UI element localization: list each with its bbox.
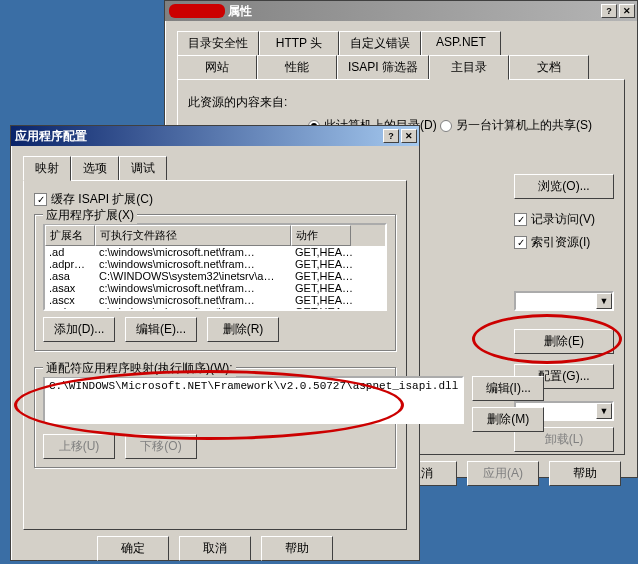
table-row[interactable]: .ashxc:\windows\microsoft.net\fram…GET,H… (45, 306, 385, 311)
chevron-down-icon: ▼ (596, 293, 612, 309)
properties-titlebar[interactable]: xxx 属性 ? ✕ (165, 1, 637, 21)
listview-header: 扩展名 可执行文件路径 动作 (45, 225, 385, 246)
index-resource-checkbox[interactable]: ✓索引资源(I) (514, 234, 590, 251)
tab-options[interactable]: 选项 (71, 156, 119, 181)
tab-mappings[interactable]: 映射 (23, 156, 71, 181)
properties-title: xxx 属性 (169, 3, 599, 20)
app-config-window: 应用程序配置 ? ✕ 映射 选项 调试 ✓缓存 ISAPI 扩展(C) 应用程序… (10, 125, 420, 561)
add-ext-button[interactable]: 添加(D)... (43, 317, 115, 342)
app-config-tabs: 映射 选项 调试 (23, 156, 407, 181)
radio-share-dir[interactable]: 另一台计算机上的共享(S) (440, 117, 592, 134)
app-pool-combo[interactable]: ▼ (514, 291, 614, 311)
edit-ext-button[interactable]: 编辑(E)... (125, 317, 197, 342)
extensions-listview[interactable]: 扩展名 可执行文件路径 动作 .adc:\windows\microsoft.n… (43, 223, 387, 311)
table-row[interactable]: .asaxc:\windows\microsoft.net\fram…GET,H… (45, 282, 385, 294)
properties-tabs-row2: 网站 性能 ISAPI 筛选器 主目录 文档 (177, 55, 625, 80)
properties-help-button[interactable]: 帮助 (549, 461, 621, 486)
table-row[interactable]: .ascxc:\windows\microsoft.net\fram…GET,H… (45, 294, 385, 306)
browse-button[interactable]: 浏览(O)... (514, 174, 614, 199)
help-icon[interactable]: ? (383, 129, 399, 143)
properties-tabs-row1: 目录安全性 HTTP 头 自定义错误 ASP.NET (177, 31, 625, 55)
app-config-ok-button[interactable]: 确定 (97, 536, 169, 561)
content-source-label: 此资源的内容来自: (188, 94, 614, 111)
movedown-button: 下移(O) (125, 434, 197, 459)
table-row[interactable]: .adpr…c:\windows\microsoft.net\fram…GET,… (45, 258, 385, 270)
log-visits-checkbox[interactable]: ✓记录访问(V) (514, 211, 595, 228)
app-config-title: 应用程序配置 (15, 128, 381, 145)
tab-website[interactable]: 网站 (177, 55, 257, 80)
remove-ext-button[interactable]: 删除(R) (207, 317, 279, 342)
app-config-help-button[interactable]: 帮助 (261, 536, 333, 561)
tab-aspnet[interactable]: ASP.NET (421, 31, 501, 55)
app-extensions-group: 应用程序扩展(X) 扩展名 可执行文件路径 动作 .adc:\windows\m… (34, 214, 396, 351)
col-path[interactable]: 可执行文件路径 (95, 225, 291, 246)
close-icon[interactable]: ✕ (619, 4, 635, 18)
tab-performance[interactable]: 性能 (257, 55, 337, 80)
tab-home-directory[interactable]: 主目录 (429, 55, 509, 80)
wildcard-maps-group: 通配符应用程序映射(执行顺序)(W): C:\WINDOWS\Microsoft… (34, 367, 396, 468)
tab-http-headers[interactable]: HTTP 头 (259, 31, 339, 55)
properties-apply-button: 应用(A) (467, 461, 539, 486)
col-ext[interactable]: 扩展名 (45, 225, 95, 246)
app-config-titlebar[interactable]: 应用程序配置 ? ✕ (11, 126, 419, 146)
tab-isapi-filters[interactable]: ISAPI 筛选器 (337, 55, 429, 80)
moveup-button: 上移(U) (43, 434, 115, 459)
wildcard-listbox[interactable]: C:\WINDOWS\Microsoft.NET\Framework\v2.0.… (43, 376, 464, 424)
table-row[interactable]: .adc:\windows\microsoft.net\fram…GET,HEA… (45, 246, 385, 258)
tab-dir-security[interactable]: 目录安全性 (177, 31, 259, 55)
wildcard-edit-button[interactable]: 编辑(I)... (472, 376, 544, 401)
wildcard-remove-button[interactable]: 删除(M) (472, 407, 544, 432)
app-config-cancel-button[interactable]: 取消 (179, 536, 251, 561)
remove-app-button[interactable]: 删除(E) (514, 329, 614, 354)
close-icon[interactable]: ✕ (401, 129, 417, 143)
tab-custom-errors[interactable]: 自定义错误 (339, 31, 421, 55)
tab-debug[interactable]: 调试 (119, 156, 167, 181)
cache-isapi-checkbox[interactable]: ✓缓存 ISAPI 扩展(C) (34, 191, 153, 208)
table-row[interactable]: .asaC:\WINDOWS\system32\inetsrv\a…GET,HE… (45, 270, 385, 282)
col-act[interactable]: 动作 (291, 225, 351, 246)
help-icon[interactable]: ? (601, 4, 617, 18)
chevron-down-icon: ▼ (596, 403, 612, 419)
tab-documents[interactable]: 文档 (509, 55, 589, 80)
